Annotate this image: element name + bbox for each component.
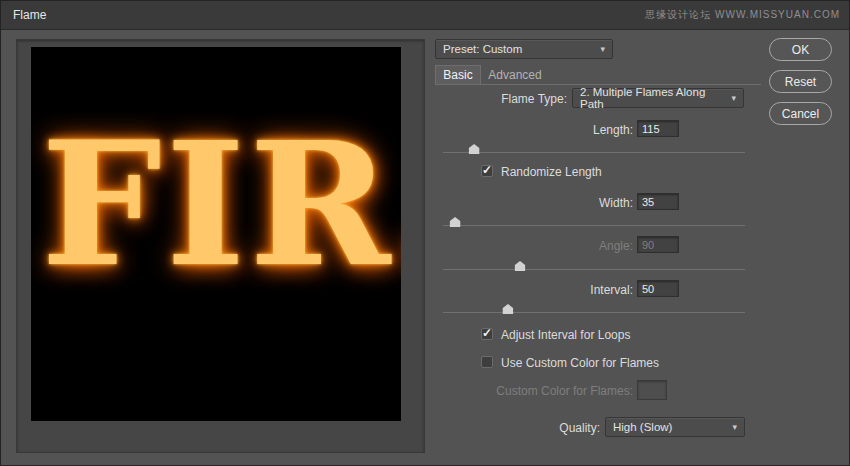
angle-label: Angle: bbox=[435, 237, 633, 255]
flame-dialog: Flame 思缘设计论坛 WWW.MISSYUAN.COM FIR.. Pres… bbox=[0, 0, 850, 466]
interval-slider-track[interactable] bbox=[443, 312, 745, 313]
flame-type-dropdown[interactable]: 2. Multiple Flames Along Path ▾ bbox=[572, 88, 744, 108]
reset-button[interactable]: Reset bbox=[769, 70, 832, 93]
preset-dropdown[interactable]: Preset: Custom ▾ bbox=[435, 39, 613, 59]
tab-advanced[interactable]: Advanced bbox=[481, 65, 549, 84]
interval-slider[interactable] bbox=[443, 303, 745, 315]
custom-color-label: Custom Color for Flames: bbox=[435, 382, 633, 400]
dialog-title: Flame bbox=[1, 8, 46, 22]
chevron-down-icon: ▾ bbox=[726, 422, 737, 432]
angle-slider-track[interactable] bbox=[443, 269, 745, 270]
adjust-interval-checkbox[interactable] bbox=[481, 328, 493, 340]
angle-input bbox=[637, 236, 679, 253]
width-input[interactable] bbox=[637, 193, 679, 210]
quality-label: Quality: bbox=[435, 419, 600, 437]
flame-type-dropdown-value: 2. Multiple Flames Along Path bbox=[580, 86, 725, 110]
flame-type-label: Flame Type: bbox=[435, 90, 567, 108]
length-slider-track[interactable] bbox=[443, 152, 745, 153]
length-input[interactable] bbox=[637, 120, 679, 137]
tab-advanced-label: Advanced bbox=[488, 68, 541, 82]
quality-dropdown-value: High (Slow) bbox=[613, 421, 672, 433]
interval-label: Interval: bbox=[435, 281, 633, 299]
flame-preview-text: FIR.. bbox=[41, 119, 401, 289]
use-custom-color-label: Use Custom Color for Flames bbox=[501, 356, 659, 370]
angle-slider[interactable] bbox=[443, 260, 745, 272]
quality-dropdown[interactable]: High (Slow) ▾ bbox=[605, 417, 745, 437]
custom-color-swatch bbox=[637, 380, 667, 400]
tab-basic[interactable]: Basic bbox=[435, 65, 481, 84]
length-slider[interactable] bbox=[443, 143, 745, 155]
width-label: Width: bbox=[435, 194, 633, 212]
cancel-button[interactable]: Cancel bbox=[769, 102, 832, 125]
interval-slider-thumb[interactable] bbox=[502, 304, 513, 314]
watermark-text: 思缘设计论坛 WWW.MISSYUAN.COM bbox=[645, 8, 840, 22]
ok-button[interactable]: OK bbox=[769, 38, 832, 61]
angle-slider-thumb[interactable] bbox=[515, 261, 526, 271]
controls-panel: Preset: Custom ▾ Basic Advanced Flame Ty… bbox=[435, 39, 761, 449]
adjust-interval-label: Adjust Interval for Loops bbox=[501, 328, 630, 342]
tab-underline bbox=[435, 84, 761, 85]
tab-basic-label: Basic bbox=[443, 68, 472, 82]
length-label: Length: bbox=[435, 121, 633, 139]
length-slider-thumb[interactable] bbox=[469, 144, 480, 154]
randomize-length-checkbox[interactable] bbox=[481, 165, 493, 177]
preview-canvas: FIR.. bbox=[31, 47, 401, 421]
randomize-length-label: Randomize Length bbox=[501, 165, 602, 179]
width-slider-thumb[interactable] bbox=[450, 217, 461, 227]
width-slider[interactable] bbox=[443, 216, 745, 228]
chevron-down-icon: ▾ bbox=[594, 44, 605, 54]
chevron-down-icon: ▾ bbox=[725, 93, 736, 103]
width-slider-track[interactable] bbox=[443, 225, 745, 226]
preset-dropdown-value: Preset: Custom bbox=[443, 43, 522, 55]
use-custom-color-checkbox[interactable] bbox=[481, 356, 493, 368]
interval-input[interactable] bbox=[637, 280, 679, 297]
preview-panel: FIR.. bbox=[16, 39, 425, 453]
